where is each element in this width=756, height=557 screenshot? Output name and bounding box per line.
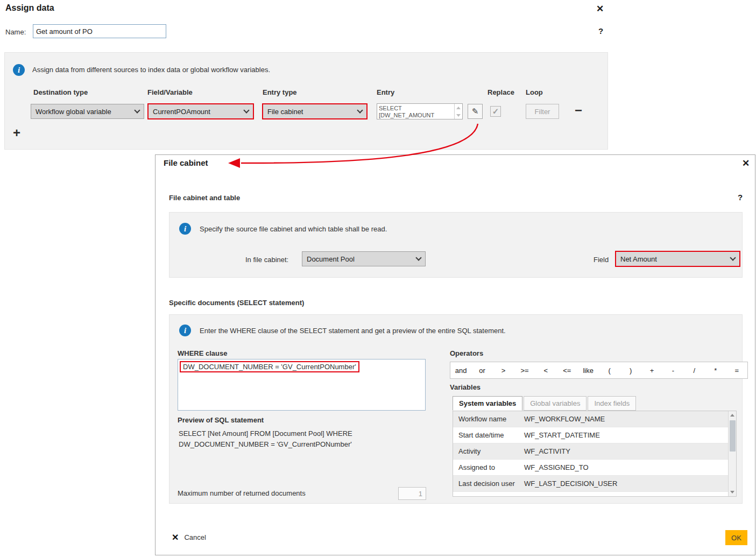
variable-value: WF_ACTIVITY [524, 447, 736, 455]
where-clause-input[interactable]: DW_DOCUMENT_NUMBER = 'GV_CurrentPONumber… [178, 359, 426, 411]
spinner-down-icon[interactable] [456, 114, 461, 117]
scrollbar-thumb[interactable] [730, 420, 736, 452]
operator-button[interactable]: and [450, 366, 471, 375]
file-cabinet-panel [169, 212, 743, 278]
field-value: Net Amount [620, 255, 657, 263]
table-row[interactable]: Last decision user WF_LAST_DECISION_USER [453, 476, 736, 492]
operator-button[interactable]: ) [620, 366, 641, 375]
tab-index-fields[interactable]: Index fields [588, 396, 636, 411]
preview-sql-label: Preview of SQL statement [178, 416, 264, 424]
field-variable-value: CurrentPOAmount [153, 108, 210, 116]
variables-tabs: System variables Global variables Index … [453, 396, 637, 411]
spinner-up-icon[interactable] [456, 107, 461, 109]
operator-button[interactable]: or [471, 366, 492, 375]
in-file-cabinet-label: In file cabinet: [245, 256, 288, 264]
preview-sql-line1: SELECT [Net Amount] FROM [Document Pool]… [179, 429, 352, 438]
variable-name: Start date/time [453, 431, 524, 439]
max-docs-input[interactable] [398, 487, 426, 500]
variable-value: WF_LAST_DECISION_USER [524, 480, 736, 488]
tab-system-variables[interactable]: System variables [453, 396, 522, 411]
variable-name: Workflow name [453, 415, 524, 423]
section-file-cabinet-and-table: File cabinet and table [169, 194, 240, 202]
destination-type-dropdown[interactable]: Workflow global variable [31, 104, 144, 119]
name-input[interactable] [33, 24, 166, 38]
col-loop: Loop [526, 88, 543, 96]
scroll-down-icon[interactable] [730, 491, 734, 493]
operator-button[interactable]: > [493, 366, 514, 375]
chevron-down-icon [730, 255, 736, 260]
table-row[interactable]: Workflow name WF_WORKFLOW_NAME [453, 411, 736, 427]
table-row[interactable]: Start date/time WF_START_DATETIME [453, 427, 736, 443]
field-dropdown[interactable]: Net Amount [615, 251, 740, 267]
replace-checkbox[interactable]: ✓ [490, 106, 501, 117]
ok-button[interactable]: OK [725, 530, 747, 545]
variable-value: WF_WORKFLOW_NAME [524, 415, 736, 423]
max-docs-label: Maximum number of returned documents [178, 489, 306, 497]
field-label: Field [594, 256, 609, 264]
filter-button-label: Filter [535, 108, 550, 116]
add-row-button[interactable]: + [13, 125, 20, 140]
help-icon[interactable]: ? [598, 26, 603, 36]
operators-bar: and or > >= < <= like ( ) + - / * = [450, 362, 748, 379]
filter-button[interactable]: Filter [526, 104, 559, 119]
chevron-down-icon [415, 255, 421, 260]
variables-table: Workflow name WF_WORKFLOW_NAME Start dat… [453, 411, 737, 497]
col-entry: Entry [377, 88, 394, 96]
col-field-variable: Field/Variable [147, 88, 193, 96]
col-destination-type: Destination type [33, 88, 88, 96]
operator-button[interactable]: like [578, 366, 599, 375]
operator-button[interactable]: - [662, 366, 683, 375]
destination-type-value: Workflow global variable [36, 108, 111, 116]
cancel-button[interactable]: ✕ Cancel [172, 532, 206, 542]
entry-spinner[interactable] [454, 104, 462, 119]
entry-type-value: File cabinet [267, 108, 303, 116]
cancel-x-icon: ✕ [172, 532, 179, 542]
operator-button[interactable]: < [535, 366, 556, 375]
operator-button[interactable]: >= [514, 366, 535, 375]
file-cabinet-title: File cabinet [164, 158, 208, 167]
operator-button[interactable]: * [705, 366, 726, 375]
info-icon: i [179, 223, 191, 235]
preview-sql-line2: DW_DOCUMENT_NUMBER = 'GV_CurrentPONumber… [179, 440, 352, 448]
file-cabinet-value: Document Pool [307, 255, 355, 263]
operator-button[interactable]: ( [599, 366, 620, 375]
table-row[interactable]: Activity WF_ACTIVITY [453, 443, 736, 460]
select-info-text: Enter the WHERE clause of the SELECT sta… [200, 327, 506, 335]
close-icon[interactable]: ✕ [742, 158, 750, 169]
tab-global-variables[interactable]: Global variables [524, 396, 587, 411]
file-cabinet-dropdown[interactable]: Document Pool [302, 251, 426, 266]
variable-name: Last decision user [453, 480, 524, 488]
assign-info-text: Assign data from different sources to in… [32, 66, 270, 74]
entry-type-dropdown[interactable]: File cabinet [262, 103, 368, 119]
operator-button[interactable]: = [726, 366, 747, 375]
operator-button[interactable]: <= [556, 366, 577, 375]
scroll-up-icon[interactable] [730, 414, 734, 417]
entry-line2: [DW_NET_AMOUNT [379, 112, 453, 119]
entry-preview-text: SELECT [DW_NET_AMOUNT [377, 104, 454, 119]
section-specific-documents: Specific documents (SELECT statement) [169, 299, 304, 307]
variable-name: Assigned to [453, 463, 524, 471]
help-icon[interactable]: ? [738, 193, 743, 202]
chevron-down-icon [357, 107, 363, 113]
field-variable-dropdown[interactable]: CurrentPOAmount [147, 103, 254, 119]
table-scrollbar[interactable] [728, 411, 736, 496]
edit-entry-button[interactable]: ✎ [468, 104, 483, 119]
check-icon: ✓ [492, 107, 499, 116]
entry-preview-box[interactable]: SELECT [DW_NET_AMOUNT [377, 103, 463, 119]
cancel-button-label: Cancel [184, 533, 206, 541]
close-icon[interactable]: ✕ [596, 3, 604, 15]
variable-value: WF_START_DATETIME [524, 431, 736, 439]
remove-row-button[interactable]: − [575, 103, 582, 118]
assign-data-title: Assign data [5, 3, 54, 13]
operator-button[interactable]: / [684, 366, 705, 375]
operator-button[interactable]: + [641, 366, 662, 375]
table-row[interactable]: Assigned to WF_ASSIGNED_TO [453, 460, 736, 476]
info-icon: i [13, 64, 25, 76]
chevron-down-icon [134, 107, 140, 113]
fc-info-text: Specify the source file cabinet and whic… [200, 225, 387, 233]
info-icon: i [179, 325, 191, 336]
chevron-down-icon [243, 107, 249, 113]
col-entry-type: Entry type [263, 88, 297, 96]
entry-line1: SELECT [379, 105, 453, 112]
variables-label: Variables [450, 383, 481, 391]
